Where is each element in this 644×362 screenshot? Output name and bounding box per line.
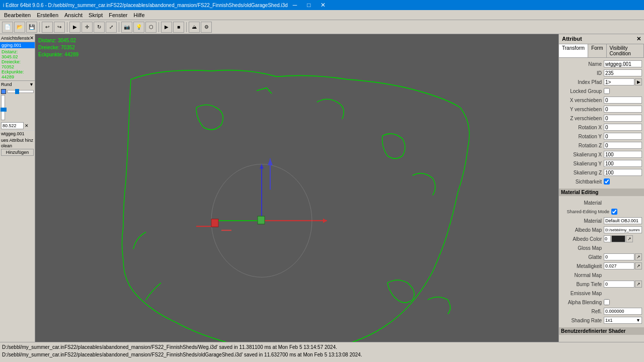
tab-form[interactable]: Form [588,44,606,57]
alpha-blending-label: Alpha Blending [561,300,604,305]
maximize-button[interactable]: □ [302,0,316,10]
close-button[interactable]: ✕ [316,0,330,10]
name-input[interactable] [605,61,640,67]
zoom-close-icon[interactable]: ✕ [25,123,29,128]
menu-fenster[interactable]: Fenster [106,11,130,19]
rz-input[interactable] [605,143,640,148]
gloss-map-row: Gloss Map [561,244,642,252]
slider-horizontal[interactable] [7,90,34,93]
shared-editing-checkbox[interactable] [611,209,617,215]
toolbar: 📄 📂 💾 ↩ ↪ ▶ ✛ ↻ ⤢ 📷 💡 ⬡ ▶ ■ ⛰ ⚙ [0,20,644,34]
attr-rx-row: Rotation X [561,123,642,131]
minimize-button[interactable]: ─ [288,0,302,10]
attr-ry-value[interactable] [604,133,642,140]
tb-sep4 [158,22,159,32]
attr-sz-value[interactable] [604,169,642,176]
material-value-box[interactable]: Default OBJ.001 [604,217,642,224]
attr-sx-value[interactable] [604,151,642,158]
tb-light[interactable]: 💡 [133,22,144,33]
attr-tabs: Transform Form Visibility Condition [559,44,644,58]
sy-input[interactable] [605,161,640,166]
attr-id-label: ID [561,70,604,76]
attr-rz-value[interactable] [604,142,642,149]
ry-input[interactable] [605,134,640,139]
add-attr-label: ues Attribut hinz [1,138,34,143]
glatte-btn[interactable]: ↗ [635,253,642,260]
attr-rz-label: Rotation Z [561,143,604,148]
add-button[interactable]: Hinzufügen [1,149,34,156]
locked-group-checkbox[interactable] [604,88,610,94]
menu-bearbeiten[interactable]: Bearbeiten [1,11,34,19]
shape-dropdown-icon[interactable]: ▼ [29,82,34,87]
refl-value[interactable]: 0.000000 [604,308,642,315]
menu-skript[interactable]: Skript [86,11,106,19]
tb-camera[interactable]: 📷 [121,22,132,33]
metalligkeit-btn[interactable]: ↗ [635,262,642,269]
attr-close-icon[interactable]: ✕ [636,36,641,42]
sichtbarkeit-checkbox[interactable] [604,178,610,185]
alpha-blending-checkbox[interactable] [604,299,610,305]
scene-view [35,34,558,362]
attr-xvs-value[interactable] [604,97,642,104]
slider-vertical[interactable] [1,95,5,120]
xvs-input[interactable] [605,98,640,103]
attr-name-value[interactable] [604,60,642,67]
glatte-value[interactable]: 0 [604,253,634,260]
tb-play[interactable]: ▶ [161,22,172,33]
tb-mesh[interactable]: ⬡ [145,22,156,33]
tb-stop[interactable]: ■ [173,22,184,33]
attr-index-value: 1> ▶ [604,78,642,85]
attr-zvs-value[interactable] [604,115,642,122]
index-nav-btn[interactable]: ▶ [635,78,642,85]
sx-input[interactable] [605,152,640,157]
menu-erstellen[interactable]: Erstellen [34,11,61,19]
tb-redo[interactable]: ↪ [54,22,65,33]
albedo-color-row: Albedo Color 0 ↗ [561,235,642,243]
attr-rx-value[interactable] [604,124,642,131]
status-line-1: D:/sebbl/my_summer_car.inFS22/placeables… [2,343,642,351]
menu-ansicht[interactable]: Ansicht [61,11,86,19]
tb-move[interactable]: ✛ [82,22,93,33]
bump-tiefe-value[interactable]: 0 [604,281,634,288]
albedo-color-label: Albedo Color [561,236,604,242]
ansicht-close-icon[interactable]: ✕ [30,35,34,41]
id-input[interactable] [605,70,640,76]
albedo-color-swatch[interactable] [611,235,625,242]
bump-tiefe-label: Bump Tiefe [561,282,604,287]
tb-physics[interactable]: ⚙ [201,22,212,33]
metalligkeit-value[interactable]: 0.027 [604,262,634,269]
viewport[interactable]: Distanz: 3045.02 Dreiecke: 70352 Eckpunk… [35,34,558,362]
tb-undo[interactable]: ↩ [42,22,53,33]
tb-scale[interactable]: ⤢ [106,22,117,33]
tab-visibility-condition[interactable]: Visibility Condition [607,44,644,57]
tab-transform[interactable]: Transform [559,44,588,57]
attr-id-value[interactable] [604,69,642,76]
tb-save[interactable]: 💾 [26,22,37,33]
vp-distance: Distanz: 3045.02 [38,37,78,44]
bump-tiefe-btn[interactable]: ↗ [635,281,642,288]
attr-xvs-label: X verschieben [561,98,604,103]
albedo-color-pick-btn[interactable]: ↗ [626,235,633,242]
albedo-map-value[interactable]: D:/sebbl/my_summ [604,226,642,233]
tb-rotate[interactable]: ↻ [94,22,105,33]
attr-sy-label: Skalierung Y [561,161,604,166]
attr-rz-row: Rotation Z [561,141,642,149]
attr-sicht-label: Sichtbarkeit [561,179,604,185]
shading-rate-dropdown[interactable]: 1x1 ▼ [604,317,642,324]
attr-sy-value[interactable] [604,160,642,167]
normal-map-label: Normal Map [561,273,604,278]
rx-input[interactable] [605,125,640,130]
attr-yvs-value[interactable] [604,106,642,113]
albedo-color-value[interactable]: 0 [604,235,611,242]
left-tab[interactable]: gging.001 [0,42,35,48]
tb-open[interactable]: 📂 [14,22,25,33]
yvs-input[interactable] [605,107,640,112]
zvs-input[interactable] [605,116,640,121]
tb-select[interactable]: ▶ [69,22,80,33]
tb-terrain[interactable]: ⛰ [189,22,200,33]
tb-new[interactable]: 📄 [2,22,13,33]
zoom-input[interactable] [1,122,24,129]
sz-input[interactable] [605,170,640,175]
viewport-info-overlay: Distanz: 3045.02 Dreiecke: 70352 Eckpunk… [38,37,78,58]
menu-hilfe[interactable]: Hilfe [131,11,148,19]
